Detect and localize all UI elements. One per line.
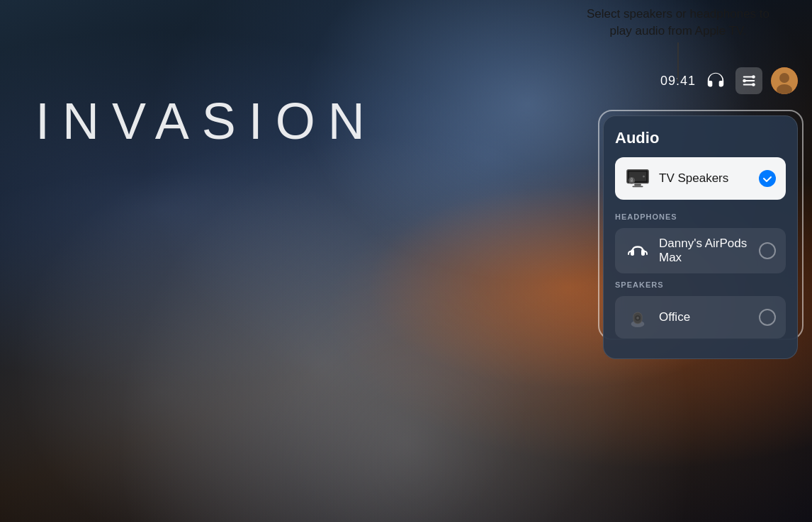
office-radio[interactable] [759, 309, 776, 326]
svg-rect-14 [641, 249, 645, 256]
airpods-item[interactable]: Danny's AirPods Max [615, 228, 786, 273]
tooltip: Select speakers or headphones to play au… [587, 6, 769, 81]
svg-rect-9 [634, 184, 641, 186]
airpods-label: Danny's AirPods Max [659, 237, 750, 265]
headphones-section-header: HEADPHONES [615, 212, 786, 221]
avatar[interactable] [771, 67, 798, 94]
movie-title: INVASION [35, 92, 378, 150]
tv-speakers-item[interactable]: TV Speakers [615, 157, 786, 200]
office-speaker-item[interactable]: Office [615, 296, 786, 339]
tv-speakers-checkmark [759, 170, 776, 187]
svg-point-2 [752, 83, 755, 86]
tv-speakers-icon [625, 166, 650, 191]
tooltip-text-line1: Select speakers or headphones to [587, 6, 769, 23]
airpods-icon [625, 238, 650, 263]
svg-point-19 [636, 317, 639, 319]
svg-point-4 [779, 73, 789, 83]
svg-point-8 [643, 176, 645, 178]
tv-speakers-label: TV Speakers [659, 171, 750, 186]
tooltip-text-line2: play audio from Apple TV. [587, 23, 769, 40]
airpods-radio[interactable] [759, 242, 776, 259]
svg-rect-10 [632, 186, 643, 187]
svg-rect-12 [631, 180, 633, 182]
svg-rect-13 [631, 249, 634, 256]
homepod-icon [625, 305, 650, 330]
office-label: Office [659, 310, 750, 324]
avatar-image [771, 67, 798, 94]
audio-panel: Audio TV Speakers HEADPHONES [603, 115, 798, 359]
speakers-section-header: SPEAKERS [615, 280, 786, 289]
audio-panel-title: Audio [615, 129, 786, 147]
tooltip-connector-line [677, 42, 679, 81]
